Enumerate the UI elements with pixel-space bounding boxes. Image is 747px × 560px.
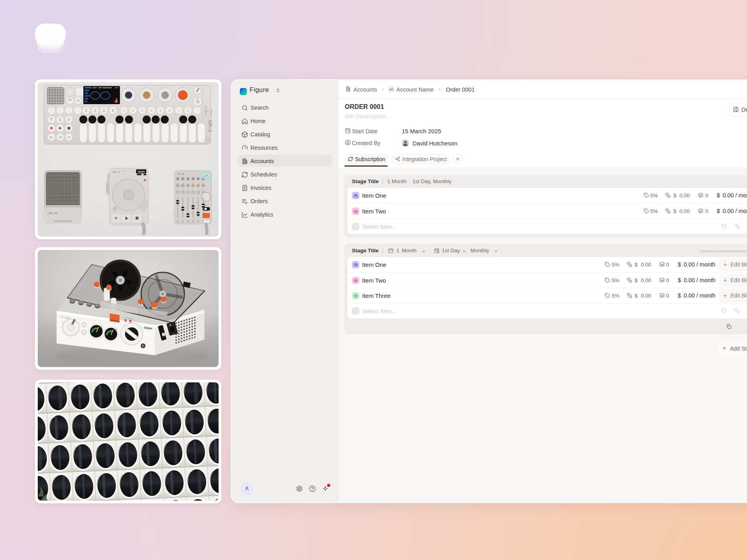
svg-text:TP–7: TP–7 <box>112 171 120 174</box>
svg-text:1: 1 <box>123 109 125 112</box>
svg-text:2: 2 <box>94 108 96 113</box>
svg-text:8: 8 <box>187 109 189 112</box>
svg-text:FX: FX <box>204 204 207 206</box>
svg-text:OP–1: OP–1 <box>207 120 213 132</box>
svg-text:3: 3 <box>103 108 105 113</box>
svg-text:4: 4 <box>112 108 114 113</box>
svg-text:6: 6 <box>169 109 170 112</box>
svg-text:1: 1 <box>85 108 87 113</box>
svg-text:TX–6: TX–6 <box>177 172 184 176</box>
svg-text:7: 7 <box>178 109 180 112</box>
svg-text:2: 2 <box>132 109 134 112</box>
svg-text:4: 4 <box>151 109 152 112</box>
svg-text:5: 5 <box>160 109 161 112</box>
svg-text:COM: COM <box>195 101 200 103</box>
svg-text:shift: shift <box>67 136 71 138</box>
svg-text:TODAY: TODAY <box>138 171 145 173</box>
svg-text:CM–15: CM–15 <box>47 211 57 215</box>
svg-text:3: 3 <box>142 109 143 112</box>
